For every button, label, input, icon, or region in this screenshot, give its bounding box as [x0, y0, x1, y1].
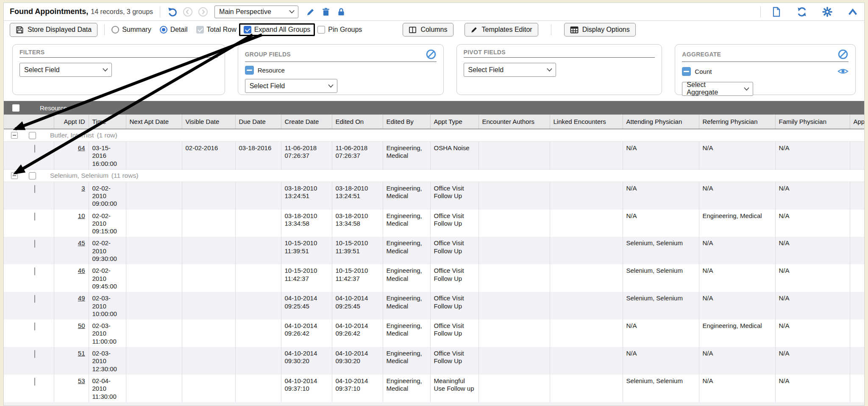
- detail-radio[interactable]: Detail: [160, 26, 188, 34]
- column-header-create-date[interactable]: Create Date: [281, 115, 332, 129]
- eye-icon[interactable]: [837, 66, 849, 77]
- cell-next-apt-date: [126, 210, 182, 237]
- cell-time: 02-03-2010 11:00:00: [89, 319, 126, 347]
- aggregate-select[interactable]: Select Aggregate: [682, 82, 753, 96]
- save-icon: [16, 26, 24, 34]
- collapse-panel-icon[interactable]: [847, 6, 858, 17]
- row-checkbox[interactable]: [34, 185, 35, 193]
- clear-group-fields-icon[interactable]: [426, 49, 437, 60]
- delete-perspective-trash-icon[interactable]: [320, 6, 331, 17]
- select-column-header[interactable]: [4, 115, 54, 129]
- checkbox-icon: [317, 26, 325, 34]
- column-header-edited-on[interactable]: Edited On: [332, 115, 383, 129]
- collapse-group-toggle[interactable]: [11, 172, 18, 179]
- chevron-down-icon: [103, 68, 108, 72]
- group-checkbox[interactable]: [29, 172, 36, 179]
- cell-appt-re: [850, 237, 865, 264]
- row-checkbox[interactable]: [34, 145, 35, 153]
- column-header-attending-physician[interactable]: Attending Physician: [623, 115, 699, 129]
- cell-appt-id: 64: [54, 141, 89, 169]
- row-checkbox[interactable]: [34, 295, 35, 303]
- refresh-icon[interactable]: [796, 6, 807, 17]
- appt-id-link[interactable]: 53: [78, 377, 85, 384]
- perspective-select[interactable]: Main Perspective: [214, 6, 298, 18]
- cell-create-date: 10-15-2010 11:42:37: [281, 264, 332, 292]
- column-header-linked-encounters[interactable]: Linked Encounters: [550, 115, 623, 129]
- remove-aggregate-minus-icon[interactable]: [682, 67, 691, 76]
- cell-referring-physician: Engineering, Medical: [699, 210, 775, 237]
- divider: [551, 24, 551, 35]
- nav-forward-icon[interactable]: [198, 6, 209, 17]
- table-row: 6403-15-2016 16:00:0002-02-201603-18-201…: [4, 141, 865, 169]
- remove-field-minus-icon[interactable]: [245, 66, 254, 75]
- row-checkbox[interactable]: [34, 240, 35, 248]
- pin-groups-checkbox[interactable]: Pin Groups: [317, 26, 362, 34]
- summary-radio[interactable]: Summary: [111, 26, 151, 34]
- group-checkbox[interactable]: [29, 132, 36, 139]
- top-right-icons: [760, 6, 858, 17]
- cell-edited-by: Engineering, Medical: [383, 141, 430, 169]
- clear-aggregate-icon[interactable]: [837, 49, 849, 60]
- column-header-next-apt-date[interactable]: Next Apt Date: [126, 115, 182, 129]
- appt-id-link[interactable]: 10: [78, 212, 85, 219]
- column-header-appt-id[interactable]: Appt ID: [54, 115, 89, 129]
- pencil-icon: [470, 26, 478, 34]
- column-header-time[interactable]: Time: [89, 115, 126, 129]
- column-header-visible-date[interactable]: Visible Date: [182, 115, 235, 129]
- select-all-checkbox[interactable]: [12, 104, 19, 112]
- cell-next-apt-date: [126, 264, 182, 292]
- appt-id-link[interactable]: 45: [78, 239, 85, 246]
- column-header-referring-physician[interactable]: Referring Physician: [699, 115, 775, 129]
- cell-appt-type: Office Visit Follow Up: [430, 237, 479, 264]
- cell-appt-type: Office Visit Follow Up: [430, 319, 479, 347]
- appt-id-link[interactable]: 3: [81, 185, 85, 192]
- cell-appt-id: 45: [54, 237, 89, 264]
- collapse-group-toggle[interactable]: [11, 132, 18, 139]
- templates-editor-button[interactable]: Templates Editor: [465, 23, 538, 36]
- cell-edited-on: 04-10-2014 09:25:45: [332, 292, 383, 319]
- cell-edited-on: 10-15-2010 11:39:51: [332, 237, 383, 264]
- row-checkbox[interactable]: [34, 378, 35, 386]
- cell-time: 02-04-2010 11:30:00: [89, 375, 126, 402]
- pin-groups-label: Pin Groups: [328, 26, 362, 34]
- appt-id-link[interactable]: 46: [78, 267, 85, 274]
- column-header-family-physician[interactable]: Family Physician: [775, 115, 850, 129]
- appt-id-link[interactable]: 64: [78, 144, 85, 151]
- filters-select-field[interactable]: Select Field: [19, 63, 112, 77]
- lock-perspective-icon[interactable]: [336, 6, 347, 17]
- row-checkbox[interactable]: [34, 350, 35, 358]
- total-row-checkbox[interactable]: Total Row: [196, 26, 236, 34]
- cell-family-physician: N/A: [775, 141, 850, 169]
- appt-id-link[interactable]: 51: [78, 350, 85, 357]
- columns-button[interactable]: Columns: [403, 23, 453, 36]
- column-header-encounter-authors[interactable]: Encounter Authors: [479, 115, 550, 129]
- column-header-edited-by[interactable]: Edited By: [383, 115, 430, 129]
- appt-id-link[interactable]: 50: [78, 322, 85, 329]
- appt-id-link[interactable]: 49: [78, 294, 85, 302]
- cell-time: 02-02-2010 09:45:00: [89, 264, 126, 292]
- edit-perspective-pencil-icon[interactable]: [305, 6, 316, 17]
- row-checkbox[interactable]: [34, 213, 35, 221]
- column-header-due-date[interactable]: Due Date: [235, 115, 281, 129]
- cell-visible-date: [182, 319, 235, 347]
- store-displayed-data-button[interactable]: Store Displayed Data: [10, 23, 97, 37]
- pivot-fields-select-field[interactable]: Select Field: [464, 63, 556, 77]
- cell-time: 02-03-2010 10:00:00: [89, 292, 126, 319]
- cell-create-date: 03-18-2010 13:34:58: [281, 210, 332, 237]
- undo-icon[interactable]: [167, 6, 178, 17]
- cell-due-date: [235, 319, 281, 347]
- display-options-button[interactable]: Display Options: [564, 23, 636, 36]
- column-header-appt-type[interactable]: Appt Type: [430, 115, 479, 129]
- nav-back-icon[interactable]: [182, 6, 193, 17]
- row-checkbox[interactable]: [34, 267, 35, 275]
- cell-family-physician: N/A: [775, 182, 850, 209]
- cell-time: 02-02-2010 09:00:00: [89, 182, 126, 209]
- group-fields-select-field[interactable]: Select Field: [245, 79, 337, 93]
- aggregate-title: AGGREGATE: [682, 51, 721, 58]
- row-checkbox[interactable]: [34, 322, 35, 330]
- column-header-appt-re[interactable]: Appt Re: [850, 115, 865, 129]
- expand-all-groups-checkbox[interactable]: Expand All Groups: [244, 26, 311, 34]
- new-document-icon[interactable]: [771, 6, 782, 17]
- cell-next-apt-date: [126, 375, 182, 402]
- gear-icon[interactable]: [822, 6, 833, 17]
